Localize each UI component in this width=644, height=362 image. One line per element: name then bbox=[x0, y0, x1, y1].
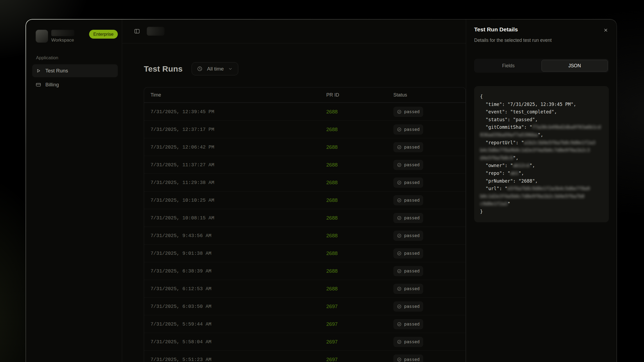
workspace-switcher[interactable]: Workspace Enterprise bbox=[36, 30, 118, 43]
cell-pr-id-link[interactable]: 2688 bbox=[326, 233, 393, 239]
play-icon bbox=[36, 68, 41, 73]
column-header-status: Status bbox=[393, 92, 466, 98]
clock-icon bbox=[197, 66, 203, 72]
table-row[interactable]: 7/31/2025, 6:38:39 AM 2688 passed bbox=[144, 262, 466, 280]
cell-status: passed bbox=[393, 195, 466, 205]
table-row[interactable]: 7/31/2025, 12:06:42 PM 2688 passed bbox=[144, 138, 466, 156]
cell-status: passed bbox=[393, 354, 466, 362]
cell-time: 7/31/2025, 12:39:45 PM bbox=[144, 109, 326, 114]
table-row[interactable]: 7/31/2025, 12:39:45 PM 2688 passed bbox=[144, 103, 466, 120]
status-badge: passed bbox=[393, 284, 423, 294]
cell-pr-id-link[interactable]: 2688 bbox=[326, 286, 393, 292]
table-row[interactable]: 7/31/2025, 5:51:23 AM 2697 passed bbox=[144, 350, 466, 362]
check-circle-icon bbox=[397, 180, 402, 185]
check-circle-icon bbox=[397, 109, 402, 114]
sidebar-nav: Test Runs Billing bbox=[32, 64, 118, 91]
status-text: passed bbox=[404, 145, 420, 150]
status-text: passed bbox=[404, 357, 420, 362]
table-header-row: Time PR ID Status bbox=[144, 87, 466, 103]
table-row[interactable]: 7/31/2025, 11:37:27 AM 2688 passed bbox=[144, 156, 466, 173]
status-badge: passed bbox=[393, 178, 423, 188]
workspace-type-label: Workspace bbox=[51, 38, 74, 43]
check-circle-icon bbox=[397, 304, 402, 309]
header-title-redacted bbox=[147, 27, 164, 36]
tab-json[interactable]: JSON bbox=[541, 60, 608, 72]
json-viewer: { "time": "7/31/2025, 12:39:45 PM", "eve… bbox=[480, 93, 603, 216]
status-text: passed bbox=[404, 198, 420, 203]
screen-background: Workspace Enterprise Application Test Ru… bbox=[0, 0, 644, 362]
cell-status: passed bbox=[393, 337, 466, 347]
check-circle-icon bbox=[397, 269, 402, 274]
cell-pr-id-link[interactable]: 2688 bbox=[326, 180, 393, 186]
page-title: Test Runs bbox=[144, 64, 183, 73]
check-circle-icon bbox=[397, 198, 402, 203]
sidebar-item-test-runs[interactable]: Test Runs bbox=[32, 64, 118, 77]
check-circle-icon bbox=[397, 286, 402, 291]
main-area: Test Runs All time Time PR ID Status bbox=[122, 19, 466, 362]
status-text: passed bbox=[404, 162, 420, 167]
cell-pr-id-link[interactable]: 2697 bbox=[326, 339, 393, 345]
time-filter-value: All time bbox=[207, 66, 224, 72]
cell-pr-id-link[interactable]: 2688 bbox=[326, 109, 393, 115]
status-text: passed bbox=[404, 304, 420, 309]
table-row[interactable]: 7/31/2025, 10:10:25 AM 2688 passed bbox=[144, 191, 466, 209]
table-row[interactable]: 7/31/2025, 12:37:17 PM 2688 passed bbox=[144, 120, 466, 138]
cell-time: 7/31/2025, 10:10:25 AM bbox=[144, 198, 326, 203]
time-filter-dropdown[interactable]: All time bbox=[192, 62, 238, 75]
sidebar-section-label: Application bbox=[36, 55, 118, 61]
cell-time: 7/31/2025, 6:38:39 AM bbox=[144, 268, 326, 274]
status-text: passed bbox=[404, 251, 420, 256]
details-tabs: Fields JSON bbox=[474, 59, 609, 73]
status-badge: passed bbox=[393, 231, 423, 241]
table-body: 7/31/2025, 12:39:45 PM 2688 passed bbox=[144, 103, 466, 362]
close-button[interactable] bbox=[602, 27, 609, 33]
table-row[interactable]: 7/31/2025, 11:29:38 AM 2688 passed bbox=[144, 173, 466, 191]
column-header-pr-id: PR ID bbox=[326, 92, 393, 98]
main-content: Test Runs All time Time PR ID Status bbox=[122, 43, 466, 362]
table-row[interactable]: 7/31/2025, 9:43:56 AM 2688 passed bbox=[144, 227, 466, 244]
cell-time: 7/31/2025, 5:51:23 AM bbox=[144, 357, 326, 362]
cell-pr-id-link[interactable]: 2688 bbox=[326, 127, 393, 132]
cell-pr-id-link[interactable]: 2697 bbox=[326, 304, 393, 309]
cell-status: passed bbox=[393, 231, 466, 241]
cell-pr-id-link[interactable]: 2697 bbox=[326, 357, 393, 362]
app-window: Workspace Enterprise Application Test Ru… bbox=[26, 19, 617, 362]
sidebar: Workspace Enterprise Application Test Ru… bbox=[26, 19, 122, 362]
status-badge: passed bbox=[393, 213, 423, 223]
check-circle-icon bbox=[397, 339, 402, 344]
tab-fields[interactable]: Fields bbox=[475, 60, 541, 72]
cell-status: passed bbox=[393, 124, 466, 135]
table-row[interactable]: 7/31/2025, 9:01:38 AM 2688 passed bbox=[144, 244, 466, 262]
cell-pr-id-link[interactable]: 2688 bbox=[326, 144, 393, 150]
cell-status: passed bbox=[393, 142, 466, 152]
table-row[interactable]: 7/31/2025, 6:12:53 AM 2688 passed bbox=[144, 280, 466, 297]
table-row[interactable]: 7/31/2025, 5:59:44 AM 2697 passed bbox=[144, 315, 466, 333]
status-badge: passed bbox=[393, 124, 423, 135]
plan-badge: Enterprise bbox=[89, 30, 118, 39]
check-circle-icon bbox=[397, 233, 402, 238]
status-badge: passed bbox=[393, 319, 423, 329]
cell-status: passed bbox=[393, 266, 466, 276]
sidebar-toggle-icon[interactable] bbox=[134, 28, 140, 34]
cell-time: 7/31/2025, 9:43:56 AM bbox=[144, 233, 326, 238]
cell-time: 7/31/2025, 12:37:17 PM bbox=[144, 127, 326, 132]
status-text: passed bbox=[404, 109, 420, 114]
workspace-name-redacted bbox=[51, 30, 74, 36]
cell-pr-id-link[interactable]: 2697 bbox=[326, 321, 393, 327]
status-badge: passed bbox=[393, 248, 423, 258]
table-row[interactable]: 7/31/2025, 5:58:04 AM 2697 passed bbox=[144, 333, 466, 350]
cell-pr-id-link[interactable]: 2688 bbox=[326, 162, 393, 168]
cell-pr-id-link[interactable]: 2688 bbox=[326, 215, 393, 221]
table-row[interactable]: 7/31/2025, 6:03:50 AM 2697 passed bbox=[144, 297, 466, 315]
cell-status: passed bbox=[393, 284, 466, 294]
cell-status: passed bbox=[393, 107, 466, 117]
cell-pr-id-link[interactable]: 2688 bbox=[326, 197, 393, 203]
cell-pr-id-link[interactable]: 2688 bbox=[326, 268, 393, 274]
table-row[interactable]: 7/31/2025, 10:08:15 AM 2688 passed bbox=[144, 209, 466, 227]
cell-pr-id-link[interactable]: 2688 bbox=[326, 250, 393, 256]
cell-time: 7/31/2025, 5:58:04 AM bbox=[144, 339, 326, 345]
cell-status: passed bbox=[393, 319, 466, 329]
cell-status: passed bbox=[393, 160, 466, 170]
sidebar-item-billing[interactable]: Billing bbox=[32, 78, 118, 91]
status-badge: passed bbox=[393, 195, 423, 205]
